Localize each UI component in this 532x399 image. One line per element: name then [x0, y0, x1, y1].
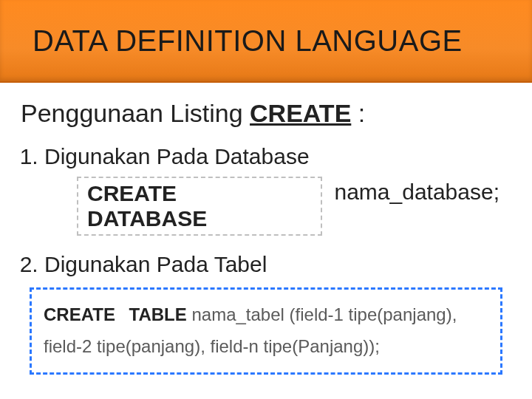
content-area: Penggunaan Listing CREATE : Digunakan Pa… [0, 83, 532, 375]
syntax-keyword: CREATE TABLE [44, 304, 187, 324]
title-band: DATA DEFINITION LANGUAGE [0, 0, 532, 83]
subtitle-keyword: CREATE [250, 99, 351, 127]
item-label: Digunakan Pada Tabel [44, 252, 267, 276]
subtitle: Penggunaan Listing CREATE : [21, 99, 511, 128]
slide-title: DATA DEFINITION LANGUAGE [33, 24, 463, 58]
syntax-argument: nama_database; [322, 177, 511, 236]
syntax-table-block: CREATE TABLE nama_tabel (field-1 tipe(pa… [30, 287, 502, 375]
numbered-list: Digunakan Pada Database CREATE DATABASE … [21, 144, 511, 277]
list-item: Digunakan Pada Database CREATE DATABASE … [44, 144, 511, 236]
subtitle-prefix: Penggunaan Listing [21, 99, 250, 127]
item-label: Digunakan Pada Database [44, 144, 310, 168]
list-item: Digunakan Pada Tabel [44, 252, 511, 277]
syntax-keyword-box: CREATE DATABASE [77, 177, 322, 236]
subtitle-suffix: : [351, 99, 365, 127]
syntax-database: CREATE DATABASE nama_database; [77, 177, 511, 236]
